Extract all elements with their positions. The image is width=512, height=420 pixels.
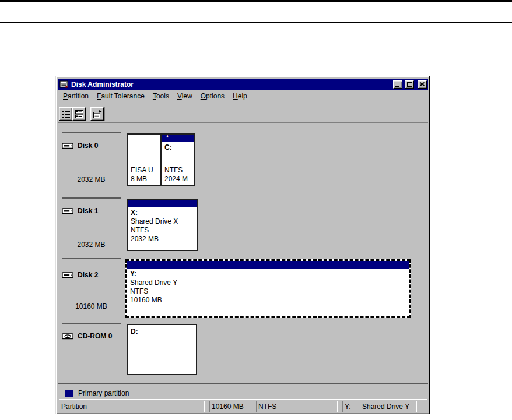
status-object-type: Partition [59, 401, 205, 412]
disk-size: 2032 MB [62, 175, 121, 183]
disk-name: Disk 2 [78, 271, 98, 279]
partition-filesystem: NTFS [131, 226, 197, 235]
partition-size: 2032 MB [131, 235, 197, 243]
partition-drive-letter: X: [131, 209, 138, 217]
cdrom-icon [62, 333, 73, 340]
hard-disk-icon [62, 142, 73, 149]
primary-partition-swatch [65, 390, 73, 397]
legend-label: Primary partition [78, 389, 129, 397]
partition-volume: Shared Drive X [131, 217, 197, 226]
properties-icon [93, 110, 102, 119]
partition-filesystem: NTFS [130, 287, 409, 296]
primary-partition-band [127, 261, 409, 269]
maximize-button[interactable] [405, 80, 414, 89]
partition-y-selected[interactable]: Y: Shared Drive Y NTFS 10160 MB [125, 259, 411, 318]
menu-fault-tolerance[interactable]: Fault Tolerance [93, 91, 149, 101]
disk-row-2: Disk 2 10160 MB Y: Shared Drive Y NTFS 1… [58, 259, 428, 318]
disk-name: CD-ROM 0 [78, 332, 112, 340]
primary-partition-band: * [162, 135, 194, 142]
page-top-bar [0, 0, 512, 2]
partition-d[interactable]: D: [127, 324, 197, 375]
menu-tools[interactable]: Tools [149, 91, 173, 101]
disk-name: Disk 1 [78, 207, 98, 215]
status-size: 10160 MB [209, 401, 251, 412]
cdrom-row: CD-ROM 0 D: [58, 324, 428, 375]
status-volume-label: Shared Drive Y [360, 401, 417, 412]
status-drive-letter: Y: [342, 401, 356, 412]
disk-administrator-app-icon [59, 80, 69, 89]
volumes-view-icon [75, 110, 84, 119]
partition-x[interactable]: X: Shared Drive X NTFS 2032 MB [127, 199, 198, 251]
hard-disk-icon [62, 207, 73, 214]
disk-name: Disk 0 [78, 142, 98, 150]
menu-options[interactable]: Options [197, 91, 229, 101]
disk-list: Disk 0 2032 MB EISA U 8 MB * C: [58, 123, 428, 383]
minimize-button[interactable] [393, 80, 402, 89]
partition-eisa[interactable]: EISA U 8 MB [127, 133, 162, 186]
disk-row-0: Disk 0 2032 MB EISA U 8 MB * C: [58, 133, 428, 186]
close-icon [420, 82, 425, 86]
disk-view-button[interactable] [59, 107, 72, 121]
menubar: Partition Fault Tolerance Tools View Opt… [58, 90, 428, 102]
partition-drive-letter: Y: [130, 270, 136, 278]
titlebar[interactable]: Disk Administrator [58, 79, 428, 90]
partition-filesystem: NTFS [164, 166, 194, 175]
document-page: Disk Administrator Partition Fault Toler… [0, 0, 512, 420]
disk-size: 2032 MB [62, 241, 121, 249]
menu-help[interactable]: Help [229, 91, 251, 101]
close-button[interactable] [418, 80, 427, 89]
maximize-icon [407, 82, 412, 87]
window-title: Disk Administrator [71, 80, 391, 89]
partition-size: 2024 M [164, 175, 194, 183]
partition-size: 10160 MB [130, 296, 409, 305]
minimize-icon [395, 86, 399, 87]
client-bottom-divider [58, 383, 428, 384]
hard-disk-icon [62, 271, 73, 278]
legend-bar: Primary partition [59, 387, 427, 400]
partition-volume: EISA U [131, 166, 160, 175]
volumes-view-button[interactable] [72, 107, 86, 121]
partition-c[interactable]: * C: NTFS 2024 M [160, 133, 195, 186]
toolbar-separator [104, 107, 105, 121]
disk-row-1: Disk 1 2032 MB X: Shared Drive X NTFS 20… [58, 199, 428, 251]
disk-size: 10160 MB [62, 302, 121, 310]
status-filesystem: NTFS [256, 401, 338, 412]
disk-view-icon [61, 110, 71, 119]
partition-drive-letter: D: [131, 327, 138, 336]
disk-administrator-window: Disk Administrator Partition Fault Toler… [55, 76, 430, 414]
menu-partition[interactable]: Partition [59, 91, 93, 101]
toolbar [58, 102, 428, 123]
properties-button[interactable] [90, 107, 104, 121]
partition-size: 8 MB [131, 175, 160, 183]
page-horizontal-rule [0, 22, 512, 23]
menu-view[interactable]: View [173, 91, 197, 101]
partition-volume: Shared Drive Y [130, 278, 409, 287]
primary-partition-band [128, 200, 197, 207]
partition-drive-letter: C: [164, 143, 172, 151]
